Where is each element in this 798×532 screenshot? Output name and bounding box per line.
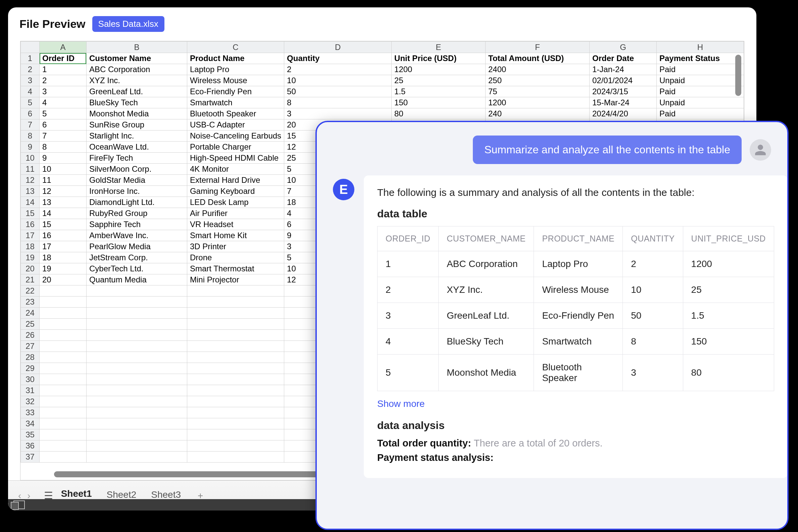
empty-cell[interactable] [187,285,284,297]
empty-cell[interactable] [40,308,87,319]
row-header[interactable]: 20 [21,263,40,274]
row-header[interactable]: 23 [21,297,40,308]
data-cell[interactable]: USB-C Adapter [187,119,284,131]
empty-cell[interactable] [187,363,284,374]
row-header[interactable]: 21 [21,274,40,285]
data-cell[interactable]: Paid [656,64,744,75]
empty-cell[interactable] [187,396,284,407]
col-header-E[interactable]: E [392,42,486,53]
data-cell[interactable]: 8 [40,141,87,153]
data-cell[interactable]: 1200 [486,97,590,108]
data-cell[interactable]: 10 [284,75,392,86]
data-cell[interactable]: 2 [40,75,87,86]
header-cell[interactable]: Product Name [187,53,284,64]
data-cell[interactable]: 4K Monitor [187,164,284,175]
data-cell[interactable]: VR Headset [187,219,284,230]
row-header[interactable]: 27 [21,341,40,352]
data-cell[interactable]: 15 [40,219,87,230]
empty-cell[interactable] [187,319,284,330]
col-header-C[interactable]: C [187,42,284,53]
empty-cell[interactable] [40,374,87,385]
row-header[interactable]: 25 [21,319,40,330]
row-header[interactable]: 13 [21,186,40,197]
empty-cell[interactable] [86,429,187,440]
data-cell[interactable]: Moonshot Media [86,108,187,119]
empty-cell[interactable] [187,374,284,385]
data-cell[interactable]: IronHorse Inc. [86,186,187,197]
header-cell[interactable]: Payment Status [656,53,744,64]
row-header[interactable]: 8 [21,131,40,141]
row-header[interactable]: 12 [21,175,40,186]
row-header[interactable]: 26 [21,330,40,341]
empty-cell[interactable] [40,341,87,352]
data-cell[interactable]: 5 [40,108,87,119]
data-cell[interactable]: 02/01/2024 [589,75,656,86]
empty-cell[interactable] [86,352,187,363]
data-cell[interactable]: 4 [40,97,87,108]
empty-cell[interactable] [40,285,87,297]
col-header-D[interactable]: D [284,42,392,53]
data-cell[interactable]: 1200 [392,64,486,75]
empty-cell[interactable] [40,319,87,330]
empty-cell[interactable] [187,452,284,462]
empty-cell[interactable] [40,385,87,396]
col-header-F[interactable]: F [486,42,590,53]
col-header-H[interactable]: H [656,42,744,53]
data-cell[interactable]: Paid [656,108,744,119]
empty-cell[interactable] [187,407,284,418]
header-cell[interactable]: Order Date [589,53,656,64]
data-cell[interactable]: 11 [40,175,87,186]
data-cell[interactable]: 80 [392,108,486,119]
row-header[interactable]: 19 [21,252,40,263]
empty-cell[interactable] [86,285,187,297]
data-cell[interactable]: Portable Charger [187,141,284,153]
data-cell[interactable]: 12 [40,186,87,197]
data-cell[interactable]: SunRise Group [86,119,187,131]
data-cell[interactable]: SilverMoon Corp. [86,164,187,175]
data-cell[interactable]: 50 [284,86,392,97]
row-header[interactable]: 4 [21,86,40,97]
data-cell[interactable]: LED Desk Lamp [187,197,284,208]
row-header[interactable]: 2 [21,64,40,75]
data-cell[interactable]: XYZ Inc. [86,75,187,86]
empty-cell[interactable] [40,363,87,374]
data-cell[interactable]: Noise-Canceling Earbuds [187,131,284,141]
data-cell[interactable]: PearlGlow Media [86,241,187,252]
row-header[interactable]: 1 [21,53,40,64]
data-cell[interactable]: 13 [40,197,87,208]
data-cell[interactable]: 20 [40,274,87,285]
empty-cell[interactable] [187,341,284,352]
data-cell[interactable]: Starlight Inc. [86,131,187,141]
empty-cell[interactable] [187,418,284,429]
data-cell[interactable]: 2024/4/20 [589,108,656,119]
row-header[interactable]: 15 [21,208,40,219]
empty-cell[interactable] [86,396,187,407]
row-header[interactable]: 5 [21,97,40,108]
header-cell[interactable]: Quantity [284,53,392,64]
show-more-link[interactable]: Show more [377,399,425,409]
data-cell[interactable]: 3 [284,108,392,119]
row-header[interactable]: 35 [21,429,40,440]
data-cell[interactable]: DiamondLight Ltd. [86,197,187,208]
empty-cell[interactable] [40,407,87,418]
data-cell[interactable]: 15-Mar-24 [589,97,656,108]
row-header[interactable]: 34 [21,418,40,429]
data-cell[interactable]: Unpaid [656,75,744,86]
data-cell[interactable]: 16 [40,230,87,241]
row-header[interactable]: 33 [21,407,40,418]
data-cell[interactable]: Smart Thermostat [187,263,284,274]
data-cell[interactable]: High-Speed HDMI Cable [187,153,284,164]
data-cell[interactable]: Wireless Mouse [187,75,284,86]
data-cell[interactable]: AmberWave Inc. [86,230,187,241]
empty-cell[interactable] [86,319,187,330]
col-header-A[interactable]: A [40,42,87,53]
file-badge[interactable]: Sales Data.xlsx [92,16,164,32]
header-cell[interactable]: Customer Name [86,53,187,64]
row-header[interactable]: 30 [21,374,40,385]
header-cell[interactable]: Unit Price (USD) [392,53,486,64]
data-cell[interactable]: Air Purifier [187,208,284,219]
empty-cell[interactable] [86,407,187,418]
data-cell[interactable]: 75 [486,86,590,97]
data-cell[interactable]: Gaming Keyboard [187,186,284,197]
data-cell[interactable]: 14 [40,208,87,219]
